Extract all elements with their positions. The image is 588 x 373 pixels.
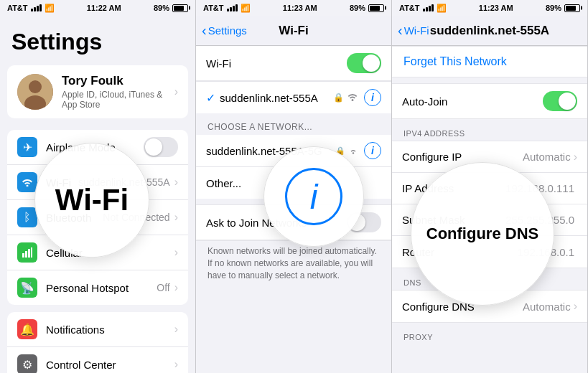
battery-pct-1: 89% [154,4,169,12]
choose-network-label: CHOOSE A NETWORK... [196,113,391,135]
svg-rect-4 [25,251,27,258]
status-right-2: 89% [350,4,384,12]
wifi-master-toggle[interactable] [347,53,381,73]
detail-back-arrow: ‹ [398,23,403,37]
wifi-chevron: › [174,176,178,189]
connected-network-name: suddenlink.net-555A [220,92,333,104]
status-bar-3: AT&T 📶 11:23 AM 89% [392,0,587,16]
status-right-3: 89% [546,4,580,12]
signal-bars-2 [227,4,238,11]
hotspot-icon: 📡 [17,278,37,298]
profile-name: Tory Foulk [62,74,174,88]
battery-icon-2 [368,4,384,12]
configure-dns-chevron: › [574,300,577,313]
time-2: 11:23 AM [283,4,317,12]
status-left-1: AT&T 📶 [7,4,55,13]
control-center-icon: ⚙ [17,354,37,373]
status-bar-1: AT&T 📶 11:22 AM 89% [0,0,195,16]
svg-rect-6 [31,247,32,258]
info-letter: i [371,92,374,103]
dns-circle-label: Configure DNS [426,225,538,243]
auto-join-toggle[interactable] [543,91,577,111]
battery-icon-3 [564,4,580,12]
configure-dns-value: Automatic [523,301,571,313]
airplane-icon: ✈ [17,137,37,157]
checkmark-icon: ✓ [206,91,215,105]
profile-row[interactable]: Tory Foulk Apple ID, iCloud, iTunes & Ap… [7,65,188,118]
hotspot-value: Off [157,282,169,293]
status-right-1: 89% [154,4,188,12]
control-center-row[interactable]: ⚙ Control Center › [7,347,188,373]
configure-ip-label: Configure IP [402,151,523,163]
signal-bars-1 [31,4,42,11]
status-left-3: AT&T 📶 [399,4,447,13]
forget-network-button[interactable]: Forget This Network [392,47,587,77]
airplane-toggle[interactable] [144,137,178,157]
wifi-circle-overlay: Wi-Fi [34,143,149,258]
proxy-section-label: PROXY [392,323,587,344]
bluetooth-icon: ᛒ [17,207,37,227]
wifi-panel: AT&T 📶 11:23 AM 89% ‹ Settings Wi-Fi W [196,0,392,373]
battery-icon-1 [172,4,188,12]
wifi-nav-bar: ‹ Settings Wi-Fi [196,16,391,46]
configure-ip-chevron: › [574,151,577,164]
page-title: Settings [11,29,184,55]
network-signal-0 [348,146,358,156]
signal-bars-3 [423,4,434,11]
wifi-circle-label: Wi-Fi [55,183,129,217]
wifi-icon-2: 📶 [241,4,251,13]
info-circle-overlay: i [263,146,364,247]
carrier-2: AT&T [203,4,224,12]
avatar [17,74,53,110]
notifications-row[interactable]: 🔔 Notifications › [7,312,188,347]
control-center-label: Control Center [46,359,174,371]
status-left-2: AT&T 📶 [203,4,251,13]
connected-network-row[interactable]: ✓ suddenlink.net-555A 🔒 i [196,82,391,113]
wifi-icon [17,172,37,192]
carrier-1: AT&T [7,4,28,12]
battery-pct-2: 89% [350,4,365,12]
auto-join-row[interactable]: Auto-Join [392,84,587,118]
wifi-toggle-label: Wi-Fi [206,57,347,70]
info-circle-inner: i [285,168,342,225]
settings-header: Settings [0,16,195,61]
dns-circle-overlay: Configure DNS [411,162,554,306]
detail-back-button[interactable]: ‹ Wi-Fi [398,24,429,37]
lock-icon: 🔒 [333,93,344,103]
detail-back-label: Wi-Fi [404,24,429,37]
info-letter-0: i [371,145,374,156]
hotspot-row[interactable]: 📡 Personal Hotspot Off › [7,270,188,305]
svg-rect-3 [22,253,24,258]
control-center-chevron: › [174,358,178,371]
wifi-icon-3: 📶 [437,4,447,13]
hotspot-label: Personal Hotspot [46,282,157,294]
notifications-icon: 🔔 [17,319,37,339]
settings-section-2: 🔔 Notifications › ⚙ Control Center › 🌙 D… [7,312,188,373]
status-bar-2: AT&T 📶 11:23 AM 89% [196,0,391,16]
wifi-signal-icon [347,93,358,103]
time-1: 11:22 AM [87,4,121,12]
hotspot-chevron: › [174,281,178,294]
configure-ip-value: Automatic [523,151,571,163]
cellular-icon [17,242,37,263]
time-3: 11:23 AM [479,4,513,12]
auto-join-label: Auto-Join [402,95,543,108]
wifi-icon-status-1: 📶 [45,4,55,13]
profile-info: Tory Foulk Apple ID, iCloud, iTunes & Ap… [62,74,174,110]
profile-subtitle: Apple ID, iCloud, iTunes & App Store [62,90,174,110]
connected-info-button[interactable]: i [364,89,381,106]
ipv4-section-label: IPV4 ADDRESS [392,119,587,141]
back-label-2: Settings [208,24,247,37]
network-info-0[interactable]: i [364,142,381,159]
network-detail-panel: AT&T 📶 11:23 AM 89% ‹ Wi-Fi suddenlink.n… [392,0,588,373]
wifi-toggle-row[interactable]: Wi-Fi [196,46,391,81]
info-circle-letter: i [310,177,318,217]
detail-nav-title: suddenlink.net-555A [430,24,549,38]
profile-chevron: › [174,85,178,98]
ask-join-note: Known networks will be joined automatica… [196,241,391,288]
cellular-chevron: › [174,246,178,259]
detail-nav-bar: ‹ Wi-Fi suddenlink.net-555A [392,16,587,46]
wifi-back-button[interactable]: ‹ Settings [202,24,247,37]
svg-point-1 [29,80,42,93]
notifications-label: Notifications [46,324,174,336]
